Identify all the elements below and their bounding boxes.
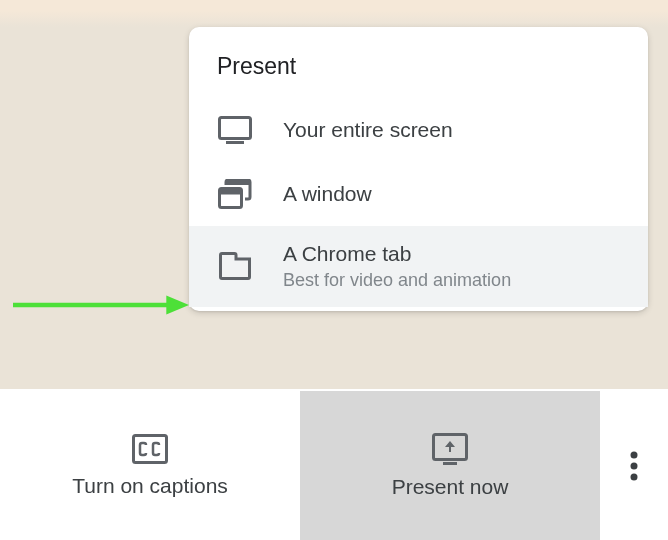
- toolbar-label: Present now: [392, 475, 509, 499]
- svg-point-10: [631, 451, 638, 458]
- svg-marker-6: [166, 296, 189, 315]
- menu-item-label: Your entire screen: [283, 116, 453, 143]
- menu-item-entire-screen[interactable]: Your entire screen: [189, 98, 648, 162]
- menu-item-label: A window: [283, 180, 372, 207]
- toolbar-label: Turn on captions: [72, 474, 228, 498]
- more-vert-icon: [630, 451, 638, 481]
- svg-rect-1: [226, 141, 244, 144]
- more-options-button[interactable]: [600, 391, 668, 540]
- menu-item-label: A Chrome tab: [283, 240, 511, 267]
- present-menu: Present Your entire screen A window: [189, 27, 648, 311]
- pointer-arrow-icon: [13, 293, 189, 317]
- present-now-button[interactable]: Present now: [300, 391, 600, 540]
- screen-icon: [217, 112, 253, 148]
- captions-icon: [132, 434, 168, 464]
- bottom-toolbar: Turn on captions Present now: [0, 391, 668, 540]
- captions-button[interactable]: Turn on captions: [0, 391, 300, 540]
- menu-title: Present: [189, 27, 648, 98]
- menu-item-chrome-tab[interactable]: A Chrome tab Best for video and animatio…: [189, 226, 648, 307]
- menu-item-window[interactable]: A window: [189, 162, 648, 226]
- svg-rect-9: [443, 462, 457, 465]
- svg-point-12: [631, 473, 638, 480]
- svg-point-11: [631, 462, 638, 469]
- svg-rect-4: [226, 180, 250, 185]
- svg-rect-0: [220, 118, 251, 139]
- window-icon: [217, 176, 253, 212]
- present-icon: [432, 433, 468, 465]
- menu-item-sublabel: Best for video and animation: [283, 269, 511, 292]
- svg-rect-7: [134, 435, 167, 462]
- tab-icon: [217, 248, 253, 284]
- svg-rect-3: [220, 189, 242, 195]
